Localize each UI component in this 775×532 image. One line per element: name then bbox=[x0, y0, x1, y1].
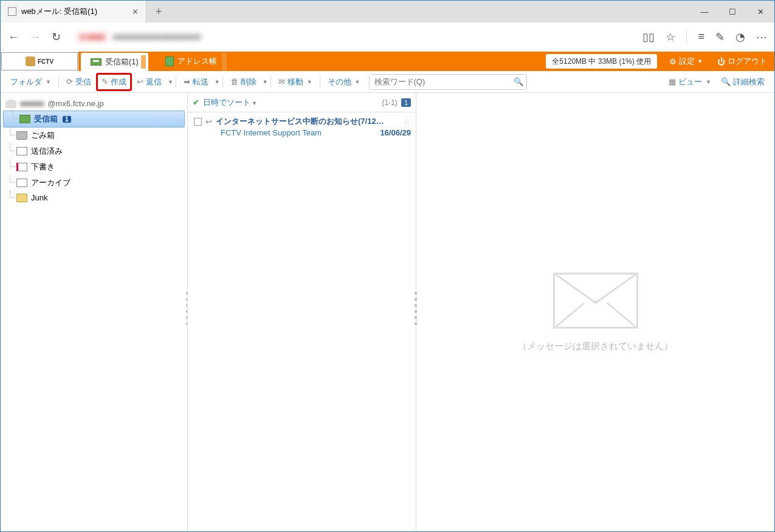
browser-nav-bar: ← → ↻ ■ ■■■■ ■■■■■■■■■■■■■■■ ▯▯ ☆ ≡ ✎ ◔ … bbox=[1, 22, 774, 52]
toolbar: フォルダ▼ ⟳ 受信 ✎ 作成 ↩ 返信 ▼ ➡ 転送 ▼ 🗑 削除 ▼ ✉ 移… bbox=[1, 71, 774, 93]
folder-label: 受信箱 bbox=[34, 114, 58, 124]
trash-icon bbox=[16, 131, 27, 140]
junk-icon bbox=[16, 194, 27, 202]
tab-inbox-label: 受信箱(1) bbox=[105, 56, 139, 67]
new-tab-button[interactable]: + bbox=[146, 1, 171, 22]
message-list: ✔ 日時でソート▼ (1-1) 1 ↩ インターネットサービス中断のお知らせ(7… bbox=[188, 93, 416, 531]
search-icon: 🔍 bbox=[721, 77, 731, 86]
view-dropdown[interactable]: ▦ ビュー▼ bbox=[664, 74, 716, 90]
folder-sidebar: ■■■■■@mx6.fctv.ne.jp 受信箱 1 ごみ箱 送信済み 下書き … bbox=[1, 93, 188, 531]
folder-label: 送信済み bbox=[31, 146, 63, 157]
receive-button[interactable]: ⟳ 受信 bbox=[61, 74, 96, 90]
folder-label: 下書き bbox=[31, 162, 55, 172]
folder-trash[interactable]: ごみ箱 bbox=[1, 128, 187, 143]
folder-dropdown[interactable]: フォルダ▼ bbox=[5, 74, 56, 90]
folder-label: Junk bbox=[31, 193, 47, 202]
search-box: 🔍 bbox=[369, 74, 527, 90]
star-icon[interactable]: ☆ bbox=[404, 117, 411, 126]
settings-link[interactable]: ⚙ 設定 ▼ bbox=[662, 52, 710, 71]
favorites-icon[interactable]: ☆ bbox=[666, 30, 675, 44]
logout-link[interactable]: ⏻ ログアウト bbox=[710, 52, 774, 71]
tab-close-icon[interactable]: ✕ bbox=[132, 7, 139, 16]
reply-button[interactable]: ↩ 返信 bbox=[132, 74, 167, 90]
nav-refresh-icon[interactable]: ↻ bbox=[52, 30, 61, 44]
reading-view-icon[interactable]: ▯▯ bbox=[642, 30, 655, 44]
settings-label: 設定 bbox=[679, 56, 695, 67]
browser-tab-bar: webメール: 受信箱(1) ✕ + — ☐ ✕ bbox=[1, 1, 774, 22]
folder-drafts[interactable]: 下書き bbox=[1, 159, 187, 175]
folder-junk[interactable]: Junk bbox=[1, 191, 187, 205]
forward-dropdown[interactable]: ▼ bbox=[215, 79, 220, 85]
addressbook-icon bbox=[165, 56, 174, 66]
nav-back-icon[interactable]: ← bbox=[8, 31, 19, 44]
folder-inbox[interactable]: 受信箱 1 bbox=[3, 111, 185, 128]
message-from: FCTV Internet Support Team bbox=[221, 128, 380, 137]
more-icon[interactable]: ⋯ bbox=[756, 30, 767, 44]
advanced-search-button[interactable]: 🔍 詳細検索 bbox=[716, 74, 770, 90]
preview-empty-text: （メッセージは選択されていません） bbox=[518, 341, 673, 352]
message-row[interactable]: ↩ インターネットサービス中断のお知らせ(7/12… ☆ FCTV Intern… bbox=[188, 112, 416, 141]
search-input[interactable] bbox=[370, 75, 511, 89]
reply-arrow-icon: ↩ bbox=[205, 117, 212, 126]
move-button[interactable]: ✉ 移動▼ bbox=[274, 74, 317, 90]
unread-badge: 1 bbox=[63, 116, 71, 123]
search-button[interactable]: 🔍 bbox=[511, 75, 526, 89]
grid-icon: ▦ bbox=[669, 77, 676, 86]
trash-icon: 🗑 bbox=[230, 77, 238, 86]
folder-archive[interactable]: アーカイブ bbox=[1, 175, 187, 191]
page-number: 1 bbox=[401, 98, 411, 107]
check-icon: ✔ bbox=[193, 98, 199, 107]
account-label: @mx6.fctv.ne.jp bbox=[47, 99, 103, 108]
app-logo[interactable]: FCTV bbox=[1, 52, 78, 71]
cloud-icon bbox=[5, 100, 16, 108]
message-range: (1-1) bbox=[382, 98, 398, 107]
logout-label: ログアウト bbox=[728, 56, 767, 67]
browser-tab[interactable]: webメール: 受信箱(1) ✕ bbox=[1, 1, 146, 22]
chevron-down-icon: ▼ bbox=[697, 58, 703, 64]
power-icon: ⏻ bbox=[717, 57, 725, 66]
msglist-splitter[interactable] bbox=[413, 290, 418, 327]
window-minimize-button[interactable]: — bbox=[691, 1, 718, 22]
delete-dropdown[interactable]: ▼ bbox=[263, 79, 268, 85]
forward-button[interactable]: ➡ 転送 bbox=[179, 74, 213, 90]
page-icon bbox=[8, 7, 16, 16]
message-date: 16/06/29 bbox=[380, 128, 411, 137]
storage-usage: 全5120MB 中 33MB (1%) 使用 bbox=[546, 54, 657, 69]
drafts-icon bbox=[16, 163, 27, 171]
pencil-icon: ✎ bbox=[102, 77, 108, 86]
envelope-icon: ✉ bbox=[278, 77, 285, 86]
preview-pane: （メッセージは選択されていません） bbox=[416, 93, 774, 531]
nav-forward-icon[interactable]: → bbox=[30, 31, 41, 44]
sort-dropdown[interactable]: 日時でソート▼ bbox=[203, 97, 257, 108]
message-subject: インターネットサービス中断のお知らせ(7/12… bbox=[216, 116, 400, 127]
tab-inbox[interactable]: 受信箱(1) bbox=[81, 53, 148, 71]
search-icon: 🔍 bbox=[514, 77, 523, 86]
tab-addressbook[interactable]: アドレス帳 bbox=[156, 52, 227, 71]
folder-label: ごみ箱 bbox=[31, 130, 55, 141]
other-dropdown[interactable]: その他▼ bbox=[323, 74, 365, 90]
forward-icon: ➡ bbox=[184, 77, 190, 86]
window-maximize-button[interactable]: ☐ bbox=[718, 1, 746, 22]
compose-button[interactable]: ✎ 作成 bbox=[96, 73, 132, 91]
window-close-button[interactable]: ✕ bbox=[746, 1, 774, 22]
app-header: FCTV 受信箱(1) アドレス帳 全5120MB 中 33MB (1%) 使用… bbox=[1, 52, 774, 71]
url-bar[interactable]: ■ ■■■■ ■■■■■■■■■■■■■■■ bbox=[72, 29, 625, 46]
browser-tab-title: webメール: 受信箱(1) bbox=[21, 6, 97, 17]
folder-sent[interactable]: 送信済み bbox=[1, 143, 187, 159]
share-icon[interactable]: ◔ bbox=[735, 30, 745, 44]
gear-icon: ⚙ bbox=[669, 57, 677, 66]
refresh-icon: ⟳ bbox=[66, 77, 73, 86]
hub-icon[interactable]: ≡ bbox=[698, 30, 704, 44]
message-list-header: ✔ 日時でソート▼ (1-1) 1 bbox=[188, 93, 416, 112]
tab-addressbook-label: アドレス帳 bbox=[177, 56, 217, 67]
delete-button[interactable]: 🗑 削除 bbox=[226, 74, 261, 90]
message-checkbox[interactable] bbox=[194, 118, 202, 126]
reply-dropdown[interactable]: ▼ bbox=[168, 79, 173, 85]
inbox-icon bbox=[19, 115, 30, 123]
notes-icon[interactable]: ✎ bbox=[715, 30, 725, 44]
sent-icon bbox=[16, 147, 27, 155]
account-row[interactable]: ■■■■■@mx6.fctv.ne.jp bbox=[1, 97, 187, 111]
inbox-icon bbox=[91, 58, 102, 66]
empty-envelope-icon bbox=[553, 273, 638, 329]
reply-icon: ↩ bbox=[137, 77, 143, 86]
